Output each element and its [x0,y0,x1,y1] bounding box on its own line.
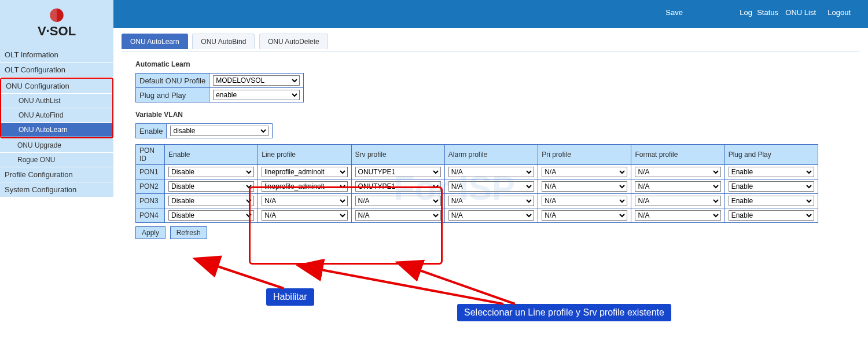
plug-and-play-label: Plug and Play [136,88,209,102]
action-buttons: Apply Refresh [135,226,860,239]
format-profile-select[interactable]: N/A [635,210,720,221]
table-row: PON2Disablelineprofile_adminoltONUTYPE1N… [136,179,818,194]
sidebar-item-system-configuration[interactable]: System Configuration [0,182,113,197]
status-dot-icon [693,9,703,19]
vsol-logo-icon: V·SOL [19,7,94,41]
alarm-profile-select[interactable]: N/A [448,167,534,177]
col-plug-and-play: Plug and Play [724,145,818,165]
svg-text:V·SOL: V·SOL [38,24,76,38]
sidebar-item-profile-configuration[interactable]: Profile Configuration [0,167,113,182]
variable-vlan-enable-select[interactable]: disable [170,126,269,136]
sidebar-item-onu-upgrade[interactable]: ONU Upgrade [0,138,113,153]
pnp-select[interactable]: Enable [729,167,814,177]
variable-vlan-enable-table: Enable disable [135,123,273,138]
table-row: PON1Disablelineprofile_adminoltONUTYPE1N… [136,165,818,179]
srv-profile-select[interactable]: ONUTYPE1 [355,167,441,177]
col-alarm-profile: Alarm profile [444,145,538,165]
pri-profile-select[interactable]: N/A [542,210,627,221]
col-pon-id: PON ID [136,145,165,165]
sidebar-item-olt-configuration[interactable]: OLT Configuration [0,63,113,78]
tab-onu-autobind[interactable]: ONU AutoBind [192,34,255,49]
srv-profile-select[interactable]: N/A [355,210,441,221]
table-row: PON4DisableN/AN/AN/AN/AN/AEnable [136,208,818,223]
col-line-profile: Line profile [258,145,351,165]
pnp-select[interactable]: Enable [729,181,814,192]
tab-onu-autodelete[interactable]: ONU AutoDelete [259,34,328,49]
default-onu-profile-select[interactable]: MODELOVSOL [213,75,300,86]
alarm-profile-select[interactable]: N/A [448,196,534,206]
automatic-learn-table: Default ONU Profile MODELOVSOL Plug and … [135,73,304,102]
section-title-variable-vlan: Variable VLAN [135,111,860,119]
pon-table-header: PON ID Enable Line profile Srv profile A… [136,145,818,165]
logout-link[interactable]: Logout [827,8,851,17]
sidebar-item-onu-authlist[interactable]: ONU AuthList [1,94,112,108]
pri-profile-select[interactable]: N/A [542,167,627,177]
enable-select[interactable]: Disable [168,196,254,206]
sidebar-item-olt-information[interactable]: OLT Information [0,47,113,63]
format-profile-select[interactable]: N/A [635,196,720,206]
alarm-profile-select[interactable]: N/A [448,210,534,221]
log-link[interactable]: Log [740,8,752,17]
srv-profile-select[interactable]: N/A [355,196,441,206]
line-profile-select[interactable]: lineprofile_adminolt [262,181,347,192]
table-row: PON3DisableN/AN/AN/AN/AN/AEnable [136,194,818,208]
apply-button[interactable]: Apply [135,226,165,239]
col-pri-profile: Pri profile [538,145,631,165]
annotation-highlight-onu-config: ONU Configuration ONU AuthList ONU AutoF… [0,78,113,138]
variable-vlan-enable-label: Enable [136,124,167,138]
brand-logo: V·SOL [0,0,113,47]
pnp-select[interactable]: Enable [729,196,814,206]
col-format-profile: Format profile [631,145,724,165]
main-content: ONU AutoLearn ONU AutoBind ONU AutoDelet… [113,28,868,341]
col-srv-profile: Srv profile [351,145,444,165]
sidebar-item-onu-autofind[interactable]: ONU AutoFind [1,108,112,123]
line-profile-select[interactable]: N/A [262,196,347,206]
pon-table: PON ID Enable Line profile Srv profile A… [135,144,818,223]
pon-id-cell: PON3 [136,194,165,208]
alarm-profile-select[interactable]: N/A [448,181,534,192]
col-enable: Enable [165,145,258,165]
tab-onu-autolearn[interactable]: ONU AutoLearn [122,34,188,49]
plug-and-play-select[interactable]: enable [213,90,300,100]
onu-list-link[interactable]: ONU List [785,8,816,17]
pri-profile-select[interactable]: N/A [542,181,627,192]
pon-id-cell: PON1 [136,165,165,179]
sidebar-item-onu-autolearn[interactable]: ONU AutoLearn [1,123,112,137]
default-onu-profile-label: Default ONU Profile [136,74,209,88]
section-title-automatic-learn: Automatic Learn [135,60,860,68]
line-profile-select[interactable]: N/A [262,210,347,221]
line-profile-select[interactable]: lineprofile_adminolt [262,167,347,177]
save-link[interactable]: Save [665,8,683,17]
sidebar-item-onu-configuration[interactable]: ONU Configuration [1,79,112,94]
enable-select[interactable]: Disable [168,210,254,221]
pon-id-cell: PON4 [136,208,165,223]
format-profile-select[interactable]: N/A [635,181,720,192]
status-link[interactable]: Status [757,8,778,17]
format-profile-select[interactable]: N/A [635,167,720,177]
sidebar-nav: OLT Information OLT Configuration ONU Co… [0,47,113,197]
pon-id-cell: PON2 [136,179,165,194]
sidebar-item-rogue-onu[interactable]: Rogue ONU [0,153,113,167]
refresh-button[interactable]: Refresh [170,226,207,239]
tabs-bar: ONU AutoLearn ONU AutoBind ONU AutoDelet… [122,34,860,52]
enable-select[interactable]: Disable [168,181,254,192]
top-bar: Save Log Status ONU List Logout [113,0,868,28]
enable-select[interactable]: Disable [168,167,254,177]
srv-profile-select[interactable]: ONUTYPE1 [355,181,441,192]
pri-profile-select[interactable]: N/A [542,196,627,206]
pnp-select[interactable]: Enable [729,210,814,221]
